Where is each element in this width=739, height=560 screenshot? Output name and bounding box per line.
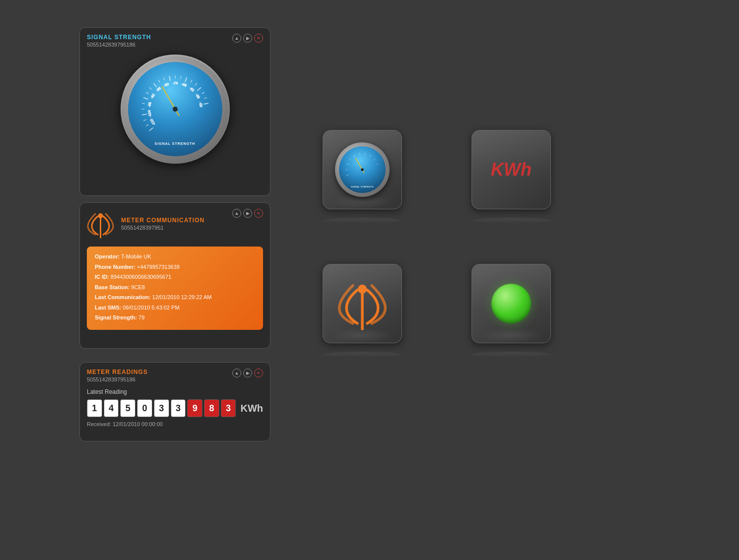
readings-up-button[interactable]: ▲ bbox=[232, 369, 241, 377]
svg-text:-62: -62 bbox=[189, 86, 195, 92]
lastcomm-value: 12/01/2010 12:29:22 AM bbox=[152, 294, 212, 300]
svg-line-8 bbox=[180, 76, 181, 79]
readings-title-group: METER READINGS 5055142839795186 bbox=[87, 369, 148, 382]
base-label: Base Station: bbox=[95, 284, 130, 290]
kwh-card-reflection bbox=[471, 218, 551, 224]
svg-line-9 bbox=[185, 77, 186, 82]
signal-panel-title: SIGNAL STRENGTH bbox=[87, 34, 151, 41]
svg-line-11 bbox=[195, 83, 197, 86]
signal-row: Signal Strength: 79 bbox=[95, 313, 255, 322]
signal-card-reflection bbox=[323, 218, 402, 224]
meter-communication-panel: METER COMMUNICATION 50551428397951 ▲ ▶ ✕… bbox=[79, 202, 270, 349]
svg-line-15 bbox=[203, 103, 208, 104]
signal-strength-thumbnail-card[interactable]: SIGNAL STRENGTH bbox=[323, 130, 402, 209]
operator-value: T-Mobile UK bbox=[121, 253, 151, 259]
readings-panel-header: METER READINGS 5055142839795186 ▲ ▶ ✕ bbox=[80, 363, 270, 384]
lastsms-label: Last SMS: bbox=[95, 305, 121, 311]
base-value: 9CE8 bbox=[131, 284, 145, 290]
svg-text:-68: -68 bbox=[181, 82, 187, 87]
svg-text:-104: -104 bbox=[147, 110, 151, 118]
comm-close-button[interactable]: ✕ bbox=[254, 209, 263, 218]
svg-text:-98: -98 bbox=[147, 102, 151, 107]
svg-text:-50: -50 bbox=[199, 102, 203, 107]
readings-play-button[interactable]: ▶ bbox=[243, 369, 252, 377]
svg-text:-80: -80 bbox=[163, 82, 169, 87]
phone-value: +4479957313639 bbox=[137, 264, 180, 270]
svg-line-16 bbox=[142, 103, 145, 104]
phone-row: Phone Number: +4479957313639 bbox=[95, 263, 255, 271]
readings-panel-title: METER READINGS bbox=[87, 369, 148, 375]
readings-panel-controls: ▲ ▶ ✕ bbox=[232, 369, 263, 377]
play-button[interactable]: ▶ bbox=[243, 34, 252, 43]
digit-2: 5 bbox=[120, 399, 135, 417]
up-button[interactable]: ▲ bbox=[232, 34, 241, 43]
svg-line-5 bbox=[163, 77, 164, 80]
operator-row: Operator: T-Mobile UK bbox=[95, 252, 255, 261]
svg-line-1 bbox=[146, 92, 148, 94]
gauge-inner: -110 -104 -98 -92 bbox=[128, 62, 222, 156]
svg-line-37 bbox=[346, 164, 349, 165]
lastcomm-row: Last Communication: 12/01/2010 12:29:22 … bbox=[95, 293, 255, 302]
status-thumbnail-card[interactable] bbox=[471, 264, 551, 343]
svg-line-4 bbox=[158, 80, 160, 82]
status-card-reflection bbox=[471, 352, 551, 358]
readings-close-button[interactable]: ✕ bbox=[254, 369, 263, 377]
kwh-thumbnail-card[interactable]: KWh bbox=[471, 130, 551, 209]
gauge-container: -110 -104 -98 -92 bbox=[80, 55, 270, 164]
panel-controls: ▲ ▶ ✕ bbox=[232, 34, 263, 43]
svg-text:-110: -110 bbox=[149, 118, 155, 126]
close-button[interactable]: ✕ bbox=[254, 34, 263, 43]
svg-line-20 bbox=[146, 124, 148, 126]
comm-panel-subtitle: 50551428397951 bbox=[121, 225, 204, 231]
svg-line-3 bbox=[153, 83, 156, 87]
mini-gauge-label: SIGNAL STRENGTH bbox=[339, 186, 386, 188]
phone-label: Phone Number: bbox=[95, 264, 135, 270]
svg-line-46 bbox=[346, 175, 349, 176]
ic-label: IC ID: bbox=[95, 274, 109, 280]
meter-readings-panel: METER READINGS 5055142839795186 ▲ ▶ ✕ La… bbox=[79, 362, 270, 441]
svg-line-0 bbox=[143, 98, 148, 99]
latest-reading-label: Latest Reading bbox=[80, 384, 270, 397]
panel-title-group: SIGNAL STRENGTH 5055142839795186 bbox=[87, 34, 151, 48]
svg-line-42 bbox=[370, 155, 371, 157]
gauge-label: SIGNAL STRENGTH bbox=[128, 142, 222, 145]
digit-7: 8 bbox=[204, 399, 219, 417]
comm-play-button[interactable]: ▶ bbox=[243, 209, 252, 218]
readings-unit-label: KWh bbox=[240, 403, 263, 414]
svg-line-19 bbox=[143, 120, 146, 121]
svg-line-13 bbox=[202, 92, 204, 94]
lastsms-value: 09/01/2010 5:43:02 PM bbox=[123, 305, 179, 311]
signal-panel-subtitle: 5055142839795186 bbox=[87, 42, 151, 48]
svg-line-39 bbox=[354, 155, 355, 157]
svg-point-50 bbox=[358, 285, 367, 294]
comm-panel-title: METER COMMUNICATION bbox=[121, 217, 204, 224]
svg-point-34 bbox=[173, 107, 178, 112]
lastcomm-label: Last Communication: bbox=[95, 294, 150, 300]
svg-point-48 bbox=[361, 169, 364, 171]
comm-thumbnail-card[interactable] bbox=[323, 264, 402, 343]
digit-8: 3 bbox=[221, 399, 236, 417]
svg-line-12 bbox=[197, 87, 201, 90]
received-text: Received: 12/01/2010 00:00:00 bbox=[80, 419, 270, 429]
comm-up-button[interactable]: ▲ bbox=[232, 209, 241, 218]
svg-line-38 bbox=[349, 159, 350, 160]
mini-gauge-inner: SIGNAL STRENGTH bbox=[339, 146, 386, 193]
digit-6: 9 bbox=[187, 399, 202, 417]
svg-line-14 bbox=[204, 98, 207, 99]
gauge-outer: -110 -104 -98 -92 bbox=[121, 55, 230, 164]
received-value: 12/01/2010 00:00:00 bbox=[113, 421, 163, 427]
digit-5: 3 bbox=[171, 399, 186, 417]
svg-text:-74: -74 bbox=[172, 81, 177, 85]
signal-strength-panel: SIGNAL STRENGTH 5055142839795186 ▲ ▶ ✕ bbox=[79, 27, 270, 196]
svg-line-41 bbox=[365, 153, 365, 156]
mini-gauge-outer: SIGNAL STRENGTH bbox=[335, 142, 390, 197]
comm-panel-header: METER COMMUNICATION 50551428397951 ▲ ▶ ✕ bbox=[80, 203, 270, 241]
meter-digits: 145033983KWh bbox=[80, 397, 270, 419]
comm-card-reflection bbox=[323, 352, 402, 358]
comm-info-box: Operator: T-Mobile UK Phone Number: +447… bbox=[87, 247, 263, 330]
signal-strength-label: Signal Strength: bbox=[95, 314, 137, 320]
svg-text:-56: -56 bbox=[195, 93, 200, 99]
svg-line-21 bbox=[149, 127, 153, 130]
comm-icon-title-area: METER COMMUNICATION 50551428397951 bbox=[87, 209, 204, 239]
svg-line-43 bbox=[373, 159, 375, 160]
